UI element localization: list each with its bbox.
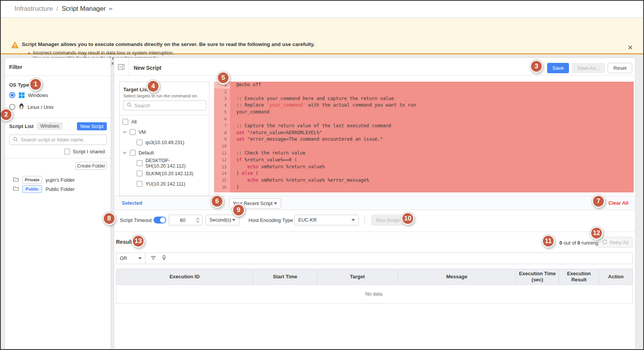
chevron-down-icon[interactable] <box>123 151 127 154</box>
timeout-value-stepper[interactable]: 60 <box>169 215 203 225</box>
column-header[interactable]: Message <box>398 269 516 284</box>
filter-list-icon[interactable] <box>150 255 156 262</box>
target-tree-item[interactable]: SLKIM(10.20.142.113) <box>119 168 209 179</box>
run-script-button[interactable]: Run Script <box>371 214 405 226</box>
folder-name: yujin's Folder <box>46 177 75 183</box>
top-bar: Infrastructure / Script Manager <box>0 0 644 18</box>
warning-title: Script Manager allows you to execute com… <box>22 41 315 47</box>
chevron-down-icon <box>232 219 235 221</box>
target-label: VM <box>139 130 146 135</box>
stepper-arrows-icon[interactable] <box>196 218 202 223</box>
os-option-linux[interactable]: Linux / Unix <box>9 103 54 111</box>
filter-operator-dropdown[interactable]: OR <box>116 253 145 264</box>
column-header[interactable]: Execution Time (sec) <box>516 269 559 284</box>
checkbox[interactable] <box>130 129 136 135</box>
host-encoding-value: EUC-KR <box>298 217 317 223</box>
annotation-badge-6: 6 <box>211 195 224 208</box>
code-line[interactable]: ) <box>230 184 634 191</box>
save-as-button[interactable]: Save As... <box>572 63 605 73</box>
script-timeout-toggle[interactable] <box>154 217 166 223</box>
annotation-badge-5: 5 <box>217 71 230 84</box>
breadcrumb-current[interactable]: Script Manager <box>62 5 106 13</box>
code-line[interactable]: echo xmReturn %return_value% <box>230 164 634 171</box>
retry-all-button[interactable]: Retry All <box>598 237 633 248</box>
timeout-value[interactable]: 60 <box>169 217 196 223</box>
code-line[interactable]: set "return_value=%ERRORLEVEL%" <box>230 130 634 136</box>
timeout-unit-value: Second(s) <box>209 217 231 223</box>
target-label: qs3(10.10.49.231) <box>145 140 184 145</box>
windows-logo-icon <box>19 92 25 98</box>
collapse-panel-icon[interactable] <box>118 64 124 71</box>
code-line[interactable]: :: Check the return value <box>230 150 634 157</box>
column-header[interactable]: Action <box>599 269 633 284</box>
retry-all-label: Retry All <box>610 240 628 245</box>
timeout-unit-dropdown[interactable]: Second(s) <box>206 215 239 225</box>
column-header[interactable]: Target <box>317 269 398 284</box>
column-header[interactable]: Execution ID <box>116 269 253 284</box>
code-line[interactable]: :: Execute your command here and capture… <box>230 95 634 102</box>
code-line[interactable]: echo xmReturn %return_value% %error_mess… <box>230 177 634 184</box>
target-search-input[interactable] <box>134 103 203 108</box>
checkbox[interactable] <box>137 181 142 187</box>
clear-all-link[interactable]: Clear All <box>608 200 628 206</box>
filter-panel-title: Filter <box>9 64 22 70</box>
code-line[interactable] <box>230 89 634 95</box>
folder-icon <box>13 186 19 192</box>
pin-icon[interactable] <box>162 255 167 262</box>
close-icon[interactable]: ✕ <box>626 43 635 52</box>
code-line[interactable]: if %return_value%==0 ( <box>230 157 634 164</box>
line-number-gutter: 12345678910111213141516 <box>214 82 230 192</box>
selected-targets-link[interactable]: Selected <box>122 200 142 206</box>
line-number: 13 <box>214 164 230 171</box>
checkbox[interactable] <box>137 140 142 145</box>
target-search-box[interactable] <box>123 100 206 110</box>
target-tree-item[interactable]: qs3(10.10.49.231) <box>119 137 209 148</box>
checkbox[interactable] <box>123 119 128 125</box>
script-list-os-tag: Windows <box>37 122 63 130</box>
column-header[interactable]: Execution Result <box>559 269 599 284</box>
os-option-label: Linux / Unix <box>28 104 54 110</box>
code-line[interactable]: ) else ( <box>230 170 634 177</box>
checkbox[interactable] <box>137 171 142 176</box>
line-number: 3 <box>214 95 230 102</box>
host-encoding-dropdown[interactable]: EUC-KR <box>294 215 359 225</box>
chevron-down-icon[interactable] <box>123 131 127 133</box>
target-tree-item[interactable]: DESKTOP-SH(10.20.142.112) <box>119 158 209 168</box>
code-line[interactable]: :: Capture the return value of the last … <box>230 123 634 130</box>
code-line[interactable]: set "error_message=The command encounter… <box>230 136 634 143</box>
line-number: 14 <box>214 170 230 177</box>
breadcrumb-section[interactable]: Infrastructure <box>15 5 53 13</box>
annotation-badge-4: 4 <box>147 80 160 93</box>
checkbox[interactable] <box>137 160 142 166</box>
chevron-down-icon[interactable] <box>108 7 113 10</box>
line-number: 10 <box>214 143 230 150</box>
radio-selected-icon[interactable] <box>9 92 15 98</box>
code-line[interactable] <box>230 143 634 150</box>
code-line[interactable]: @echo off <box>230 82 634 89</box>
checkbox[interactable] <box>130 150 136 156</box>
create-folder-button[interactable]: Create Folder <box>75 162 107 170</box>
column-header[interactable]: Start Time <box>253 269 317 284</box>
target-tree-group-vm[interactable]: VM <box>119 127 209 137</box>
filter-panel: Filter OS Type Windows Linux / Unix Scri… <box>5 58 111 349</box>
os-option-windows[interactable]: Windows <box>9 92 48 98</box>
script-i-shared-checkbox[interactable] <box>64 149 70 154</box>
os-option-label: Windows <box>28 92 48 98</box>
new-script-button[interactable]: New Script <box>77 122 107 130</box>
folder-row-public[interactable]: Public Public Folder <box>13 185 75 193</box>
code-line[interactable]: your_command <box>230 109 634 116</box>
code-line[interactable] <box>230 116 634 123</box>
script-search-input[interactable] <box>21 137 103 143</box>
warning-bullet: Incorrect commands may result in data lo… <box>28 51 227 56</box>
save-button[interactable]: Save <box>547 63 569 73</box>
script-search-box[interactable] <box>9 135 107 145</box>
target-label: Default <box>139 150 154 156</box>
script-code-editor[interactable]: 12345678910111213141516 @echo off:: Exec… <box>214 82 634 192</box>
code-line[interactable]: :: Replace 'your_command' with the actua… <box>230 102 634 109</box>
folder-row-private[interactable]: Private yujin's Folder <box>13 176 75 184</box>
target-tree-group-default[interactable]: Default <box>119 148 209 158</box>
refresh-icon <box>602 239 607 245</box>
target-tree-item-all[interactable]: All <box>119 117 209 127</box>
reset-button[interactable]: Reset <box>608 63 632 73</box>
target-tree-item[interactable]: YU(10.20.142.111) <box>119 179 209 189</box>
